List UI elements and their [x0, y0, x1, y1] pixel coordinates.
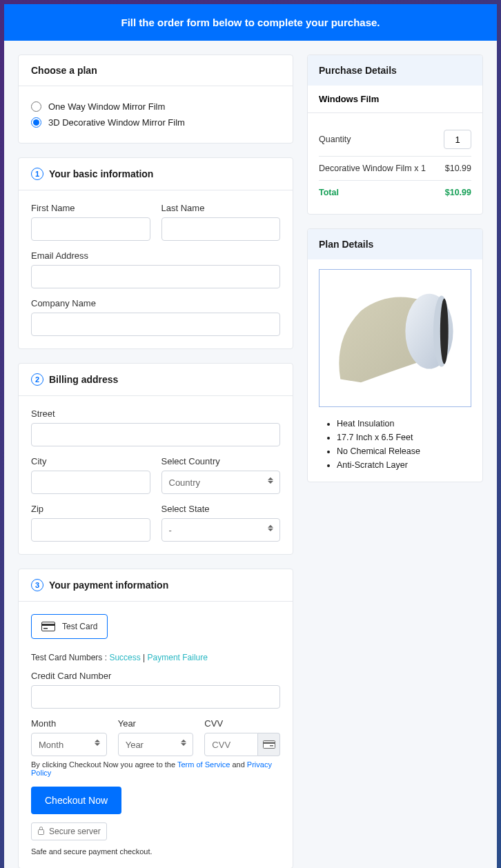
last-name-input[interactable] — [161, 217, 281, 241]
purchase-details-title: Purchase Details — [308, 55, 482, 86]
svg-rect-1 — [41, 624, 55, 626]
plan-label: 3D Decorative Window Mirror Film — [48, 117, 185, 128]
email-input[interactable] — [31, 265, 280, 288]
test-card-note: Test Card Numbers : Success | Payment Fa… — [31, 653, 280, 662]
feature-list: Heat Insulation 17.7 Inch x 6.5 Feet No … — [319, 417, 471, 472]
payment-card: 3 Your payment information Test Card Tes… — [18, 569, 293, 868]
city-label: City — [31, 456, 150, 466]
basic-info-title: Your basic information — [49, 168, 153, 179]
qty-input[interactable] — [444, 130, 471, 149]
plan-label: One Way Window Mirror Film — [48, 101, 165, 112]
billing-card: 2 Billing address Street City — [18, 363, 293, 555]
svg-rect-5 — [270, 745, 273, 747]
svg-rect-6 — [39, 830, 44, 835]
company-label: Company Name — [31, 298, 280, 308]
plan-option-one-way[interactable]: One Way Window Mirror Film — [31, 99, 280, 115]
plan-option-3d[interactable]: 3D Decorative Window Mirror Film — [31, 115, 280, 130]
year-select[interactable]: Year — [118, 733, 194, 756]
basic-info-card: 1 Your basic information First Name Last… — [18, 157, 293, 349]
qty-label: Quantity — [319, 135, 351, 144]
cc-label: Credit Card Number — [31, 671, 280, 681]
list-item: No Chemical Release — [337, 444, 471, 458]
svg-rect-0 — [42, 622, 55, 631]
svg-rect-3 — [263, 741, 275, 749]
payment-method-label: Test Card — [62, 622, 97, 631]
zip-label: Zip — [31, 504, 150, 514]
tos-link[interactable]: Term of Service — [177, 760, 230, 769]
test-success-link[interactable]: Success — [109, 653, 140, 662]
list-item: Heat Insulation — [337, 417, 471, 431]
first-name-label: First Name — [31, 203, 150, 213]
page-banner: Fill the order form below to complete yo… — [4, 4, 497, 41]
payment-title: Your payment information — [49, 580, 168, 591]
purchase-details-card: Purchase Details Windows Film Quantity D… — [307, 55, 483, 215]
total-value: $10.99 — [445, 188, 471, 197]
step-number: 3 — [31, 579, 43, 591]
svg-rect-4 — [263, 742, 275, 744]
first-name-input[interactable] — [31, 217, 150, 241]
credit-card-icon — [41, 622, 55, 631]
plan-details-title: Plan Details — [308, 229, 482, 259]
total-label: Total — [319, 188, 339, 197]
country-select[interactable]: Country — [161, 471, 281, 494]
billing-title: Billing address — [49, 374, 118, 385]
svg-point-9 — [440, 299, 449, 364]
choose-plan-card: Choose a plan One Way Window Mirror Film… — [18, 55, 293, 144]
list-item: 17.7 Inch x 6.5 Feet — [337, 431, 471, 444]
test-failure-link[interactable]: Payment Failure — [148, 653, 208, 662]
agree-text: By clicking Checkout Now you agree to th… — [31, 760, 280, 777]
month-select[interactable]: Month — [31, 733, 107, 756]
svg-rect-2 — [43, 628, 48, 629]
line-item-label: Decorative Window Film x 1 — [319, 164, 426, 173]
product-name: Windows Film — [308, 86, 482, 113]
line-item-price: $10.99 — [445, 164, 471, 173]
lock-icon — [37, 826, 45, 837]
state-label: Select State — [161, 504, 281, 514]
month-label: Month — [31, 718, 107, 729]
city-input[interactable] — [31, 471, 150, 494]
plan-details-card: Plan Details — [307, 228, 483, 482]
plan-radio-one-way[interactable] — [31, 101, 41, 112]
secure-badge: Secure server — [31, 822, 107, 840]
plan-radio-3d[interactable] — [31, 117, 41, 128]
street-label: Street — [31, 408, 280, 419]
payment-method-card[interactable]: Test Card — [31, 614, 108, 639]
cc-input[interactable] — [31, 685, 280, 709]
company-input[interactable] — [31, 313, 280, 336]
step-number: 2 — [31, 373, 43, 386]
email-label: Email Address — [31, 250, 280, 261]
checkout-button[interactable]: Checkout Now — [31, 787, 121, 814]
cvv-input[interactable] — [204, 733, 258, 756]
cvv-label: CVV — [204, 718, 280, 729]
zip-input[interactable] — [31, 518, 150, 542]
safe-note: Safe and secure payment checkout. — [31, 847, 280, 856]
choose-plan-title: Choose a plan — [19, 55, 293, 86]
list-item: Anti-Scratch Layer — [337, 458, 471, 472]
street-input[interactable] — [31, 423, 280, 446]
country-label: Select Country — [161, 456, 281, 466]
state-select[interactable]: - — [161, 518, 281, 542]
step-number: 1 — [31, 168, 43, 180]
last-name-label: Last Name — [161, 203, 281, 213]
product-image — [319, 269, 471, 407]
year-label: Year — [118, 718, 194, 729]
cvv-card-icon — [258, 733, 280, 756]
